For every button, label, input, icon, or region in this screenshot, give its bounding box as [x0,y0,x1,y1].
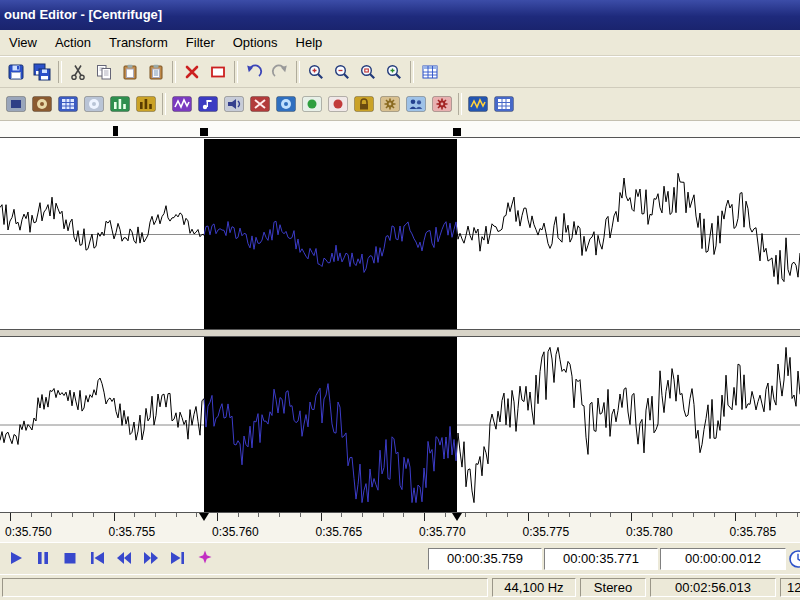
statistics-button[interactable] [417,59,443,85]
record-device-button[interactable] [3,91,29,117]
equalizer-button[interactable] [133,91,159,117]
ruler-minor-tick [51,513,52,517]
stop-button[interactable] [58,547,82,569]
selection-end-value: 00:00:35.771 [563,551,639,566]
copy-icon [95,63,113,81]
redo-button[interactable] [267,59,293,85]
record-icon [195,549,215,567]
chart-button[interactable] [465,91,491,117]
pause-icon [33,549,53,567]
green-ball-button[interactable] [299,91,325,117]
ruler-minor-tick [258,513,259,517]
toolbar-separator [410,61,414,83]
ruler-minor-tick [714,513,715,517]
copy-button[interactable] [91,59,117,85]
gears-button[interactable] [377,91,403,117]
selection-end-handle[interactable] [453,128,461,136]
toolbar-separator [162,93,166,115]
selection-region[interactable] [204,337,457,512]
mixer-button[interactable] [107,91,133,117]
red-ball-button[interactable] [325,91,351,117]
delete-button[interactable] [179,59,205,85]
skip-start-button[interactable] [85,547,109,569]
record-device-icon [6,96,26,112]
zoom-all-icon [385,63,403,81]
title-bar[interactable]: ound Editor - [Centrifuge] [0,0,800,30]
cassette-button[interactable] [55,91,81,117]
tools-button[interactable] [247,91,273,117]
paste-new-icon [147,63,165,81]
undo-button[interactable] [241,59,267,85]
ruler-minor-tick [72,513,73,517]
selection-start-handle[interactable] [200,128,208,136]
zoom-in-button[interactable] [303,59,329,85]
settings-button[interactable] [429,91,455,117]
pause-button[interactable] [31,547,55,569]
menu-options[interactable]: Options [224,30,287,55]
menu-transform[interactable]: Transform [100,30,177,55]
total-length-value: 00:02:56.013 [675,580,751,595]
tape-icon [32,96,52,112]
clock-icon[interactable] [788,549,800,569]
ruler-minor-tick [797,513,798,517]
cut-button[interactable] [65,59,91,85]
save-button[interactable] [3,59,29,85]
waveform-channel-right[interactable] [0,337,800,513]
equalizer-icon [136,96,156,112]
skip-end-button[interactable] [166,547,190,569]
workspace-button[interactable] [491,91,517,117]
ruler-label: 0:35.755 [109,525,156,539]
ruler-label: 0:35.775 [523,525,570,539]
trim-icon [209,63,227,81]
ruler-minor-tick [403,513,404,517]
users-button[interactable] [403,91,429,117]
time-ruler[interactable]: 0:35.7500:35.7550:35.7600:35.7650:35.770… [0,513,800,542]
position-marker[interactable] [113,126,118,136]
selection-region[interactable] [204,139,457,329]
ruler-major-tick [10,513,11,521]
menu-action[interactable]: Action [46,30,100,55]
speaker-button[interactable] [221,91,247,117]
tape-button[interactable] [29,91,55,117]
menu-view[interactable]: View [0,30,46,55]
speaker-icon [224,96,244,112]
ruler-major-tick [631,513,632,521]
selection-end-marker[interactable] [452,513,462,521]
cd-button[interactable] [81,91,107,117]
notes-button[interactable] [195,91,221,117]
ruler-minor-tick [155,513,156,517]
ruler-minor-tick [569,513,570,517]
cue-bar[interactable] [0,121,800,138]
ruler-minor-tick [93,513,94,517]
sample-rate-value: 44,100 Hz [504,580,563,595]
cd-icon [84,96,104,112]
fast-forward-button[interactable] [139,547,163,569]
ruler-minor-tick [383,513,384,517]
selection-start-marker[interactable] [199,513,209,521]
globe-button[interactable] [273,91,299,117]
rewind-button[interactable] [112,547,136,569]
record-button[interactable] [193,547,217,569]
ruler-minor-tick [486,513,487,517]
channel-divider [0,330,800,337]
ruler-minor-tick [465,513,466,517]
channel-mode-value: Stereo [594,580,632,595]
sphere-red-icon [328,96,348,112]
zoom-all-button[interactable] [381,59,407,85]
zoom-selection-icon [359,63,377,81]
waveform-channel-left[interactable] [0,139,800,330]
waveform-area: 0:35.7500:35.7550:35.7600:35.7650:35.770… [0,121,800,542]
menu-help[interactable]: Help [287,30,332,55]
menu-filter[interactable]: Filter [177,30,224,55]
lock-button[interactable] [351,91,377,117]
spectrum-button[interactable] [169,91,195,117]
fast-forward-icon [141,549,161,567]
status-sample-rate: 44,100 Hz [492,578,576,597]
paste-new-button[interactable] [143,59,169,85]
save-all-button[interactable] [29,59,55,85]
zoom-out-button[interactable] [329,59,355,85]
trim-button[interactable] [205,59,231,85]
play-button[interactable] [4,547,28,569]
paste-button[interactable] [117,59,143,85]
zoom-selection-button[interactable] [355,59,381,85]
